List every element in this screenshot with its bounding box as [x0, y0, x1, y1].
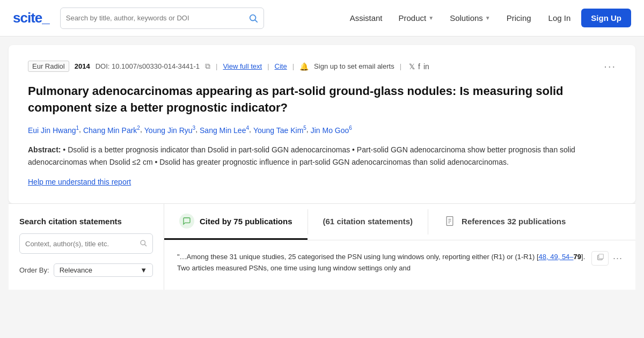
linkedin-icon[interactable]: in	[423, 62, 429, 71]
author-1[interactable]: Eui Jin Hwang1	[28, 125, 79, 135]
order-by-value: Relevance	[60, 266, 92, 274]
author-6[interactable]: Jin Mo Goo6	[311, 125, 352, 135]
chevron-down-icon: ▼	[428, 15, 434, 21]
author-4[interactable]: Sang Min Lee4	[200, 125, 249, 135]
nav-solutions[interactable]: Solutions ▼	[443, 9, 497, 27]
author-2[interactable]: Chang Min Park2	[83, 125, 140, 135]
paper-year: 2014	[75, 62, 90, 70]
journal-badge: Eur Radiol	[28, 61, 69, 72]
tab-citation-statements-label: (61 citation statements)	[323, 217, 413, 226]
tab-cited-by[interactable]: Cited by 75 publications	[164, 204, 308, 240]
abstract: Abstract: • Dsolid is a better prognosis…	[28, 144, 616, 168]
citation-text-block: "…Among these 31 unique studies, 25 cate…	[177, 251, 586, 274]
citation-search-input[interactable]	[25, 240, 136, 248]
chevron-down-icon: ▼	[140, 266, 147, 274]
nav-login[interactable]: Log In	[541, 9, 579, 27]
view-full-text-link[interactable]: View full text	[223, 62, 262, 70]
search-small-icon	[140, 239, 147, 248]
svg-rect-9	[599, 254, 603, 259]
nav-links: Assistant Product ▼ Solutions ▼ Pricing …	[343, 9, 631, 27]
abstract-label: Abstract:	[28, 145, 61, 154]
authors-list: Eui Jin Hwang1, Chang Min Park2, Young J…	[28, 125, 616, 135]
svg-line-1	[255, 20, 257, 22]
help-link[interactable]: Help me understand this report	[28, 178, 131, 186]
chevron-down-icon: ▼	[485, 15, 491, 21]
author-5[interactable]: Young Tae Kim5	[253, 125, 306, 135]
logo[interactable]: scite_	[13, 10, 49, 26]
sidebar-title: Search citation statements	[19, 217, 153, 226]
nav-assistant[interactable]: Assistant	[343, 9, 389, 27]
meta-bar: Eur Radiol 2014 DOI: 10.1007/s00330-014-…	[28, 60, 616, 72]
social-icons: 𝕏 f in	[409, 62, 429, 71]
citation-quote-text: "…Among these 31 unique studies, 25 cate…	[177, 251, 586, 274]
paper-doi: DOI: 10.1007/s00330-014-3441-1	[96, 62, 200, 70]
citation-row: "…Among these 31 unique studies, 25 cate…	[177, 251, 623, 274]
order-by-row: Order By: Relevance ▼	[19, 263, 153, 277]
bottom-panel: Search citation statements Order By: Rel…	[9, 203, 635, 290]
order-by-select[interactable]: Relevance ▼	[54, 263, 153, 277]
abstract-body: Dsolid is a better prognosis indicator t…	[28, 145, 575, 166]
tab-citation-statements[interactable]: (61 citation statements)	[308, 204, 428, 240]
twitter-icon[interactable]: 𝕏	[409, 62, 415, 71]
bell-icon: 🔔	[299, 62, 309, 71]
tab-references[interactable]: References 32 publications	[428, 204, 581, 240]
citation-quote-before: "…Among these 31 unique studies, 25 cate…	[177, 253, 539, 261]
nav-product[interactable]: Product ▼	[392, 9, 441, 27]
cite-link[interactable]: Cite	[275, 62, 287, 70]
search-icon	[248, 13, 258, 23]
search-bar	[60, 8, 264, 29]
nav-pricing[interactable]: Pricing	[500, 9, 538, 27]
cited-by-icon	[179, 214, 194, 229]
citation-ref-link[interactable]: 48, 49, 54–	[539, 253, 574, 261]
search-input[interactable]	[66, 14, 244, 22]
tab-cited-by-label: Cited by 75 publications	[200, 217, 292, 226]
facebook-icon[interactable]: f	[418, 62, 420, 71]
tab-references-label: References 32 publications	[462, 217, 566, 226]
header: scite_ Assistant Product ▼ Solutions ▼ P…	[0, 0, 644, 36]
alert-text[interactable]: Sign up to set email alerts	[314, 62, 394, 70]
sidebar: Search citation statements Order By: Rel…	[9, 204, 164, 290]
citation-actions: ···	[591, 251, 623, 266]
citation-search-bar	[19, 233, 153, 254]
citation-content: "…Among these 31 unique studies, 25 cate…	[164, 240, 635, 285]
copy-doi-icon[interactable]: ⧉	[205, 62, 210, 71]
nav-signup-button[interactable]: Sign Up	[581, 9, 631, 27]
more-options-button[interactable]: ···	[604, 60, 616, 72]
order-by-label: Order By:	[19, 266, 49, 274]
svg-line-3	[144, 244, 146, 246]
citation-area: Cited by 75 publications (61 citation st…	[164, 204, 635, 290]
paper-title: Pulmonary adenocarcinomas appearing as p…	[28, 83, 616, 116]
search-button[interactable]	[248, 13, 258, 23]
citation-quote-highlighted: 79	[574, 253, 581, 261]
copy-citation-button[interactable]	[591, 251, 609, 266]
references-icon	[443, 215, 456, 227]
author-3[interactable]: Young Jin Ryu3	[144, 125, 195, 135]
citation-tabs: Cited by 75 publications (61 citation st…	[164, 204, 635, 240]
paper-card: Eur Radiol 2014 DOI: 10.1007/s00330-014-…	[9, 45, 635, 203]
citation-more-button[interactable]: ···	[613, 253, 623, 264]
